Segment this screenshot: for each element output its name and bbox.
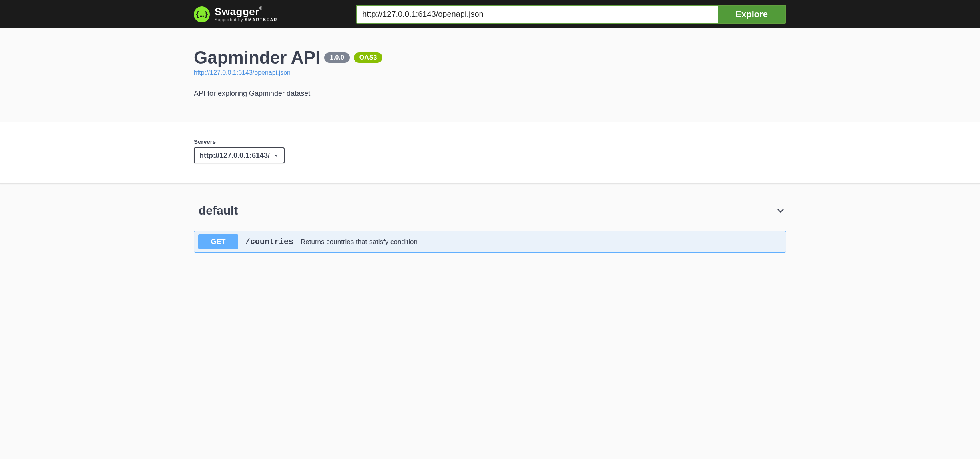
servers-section: Servers http://127.0.0.1:6143/ xyxy=(0,122,980,184)
topbar: {…} Swagger® Supported by SMARTBEAR Expl… xyxy=(0,0,980,28)
tag-name: default xyxy=(199,204,238,217)
swagger-logo-subtitle: Supported by SMARTBEAR xyxy=(215,18,277,22)
http-method-badge: GET xyxy=(198,234,238,249)
server-select[interactable]: http://127.0.0.1:6143/ xyxy=(199,151,281,159)
spec-url-form: Explore xyxy=(356,5,786,24)
swagger-logo-icon: {…} xyxy=(194,6,210,22)
operation-summary: Returns countries that satisfy condition xyxy=(301,238,418,246)
version-badge: 1.0.0 xyxy=(324,52,350,63)
operation-path: /countries xyxy=(245,237,293,246)
spec-url-input[interactable] xyxy=(357,6,718,23)
server-select-wrapper[interactable]: http://127.0.0.1:6143/ xyxy=(194,147,285,163)
tag-header-default[interactable]: default xyxy=(194,200,786,225)
info-section: Gapminder API 1.0.0 OAS3 http://127.0.0.… xyxy=(186,28,794,122)
operation-get-countries[interactable]: GET /countries Returns countries that sa… xyxy=(194,231,786,253)
operations-section: default GET /countries Returns countries… xyxy=(186,184,794,269)
oas-badge: OAS3 xyxy=(354,52,383,63)
divider xyxy=(194,225,786,225)
chevron-down-icon xyxy=(775,205,786,216)
api-title: Gapminder API xyxy=(194,48,320,68)
api-description: API for exploring Gapminder dataset xyxy=(194,89,786,98)
explore-button[interactable]: Explore xyxy=(718,6,785,23)
swagger-logo[interactable]: {…} Swagger® Supported by SMARTBEAR xyxy=(194,6,277,22)
swagger-logo-word: Swagger xyxy=(215,6,259,18)
spec-link[interactable]: http://127.0.0.1:6143/openapi.json xyxy=(194,69,291,76)
servers-label: Servers xyxy=(194,138,786,145)
